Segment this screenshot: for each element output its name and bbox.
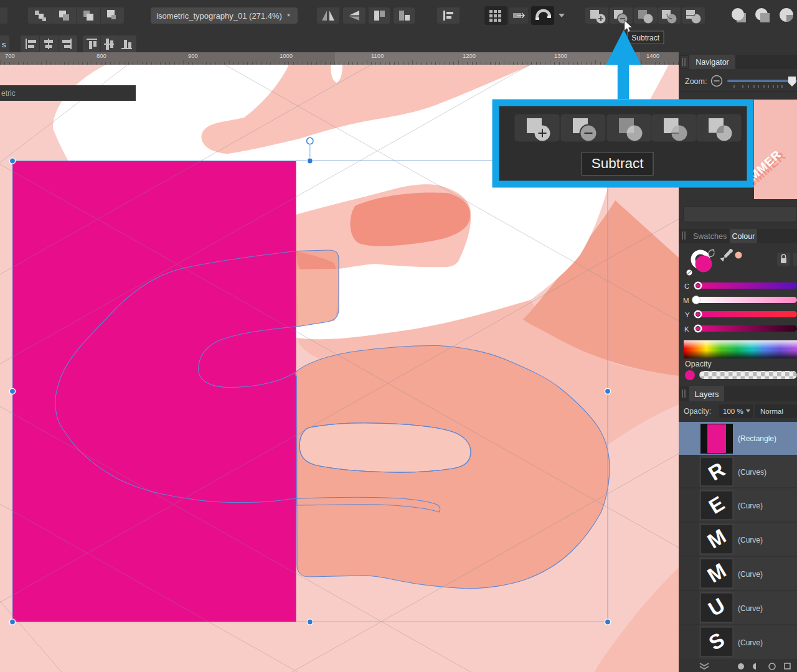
svg-text:Subtract: Subtract (631, 34, 659, 42)
svg-text:Subtract: Subtract (592, 156, 644, 171)
